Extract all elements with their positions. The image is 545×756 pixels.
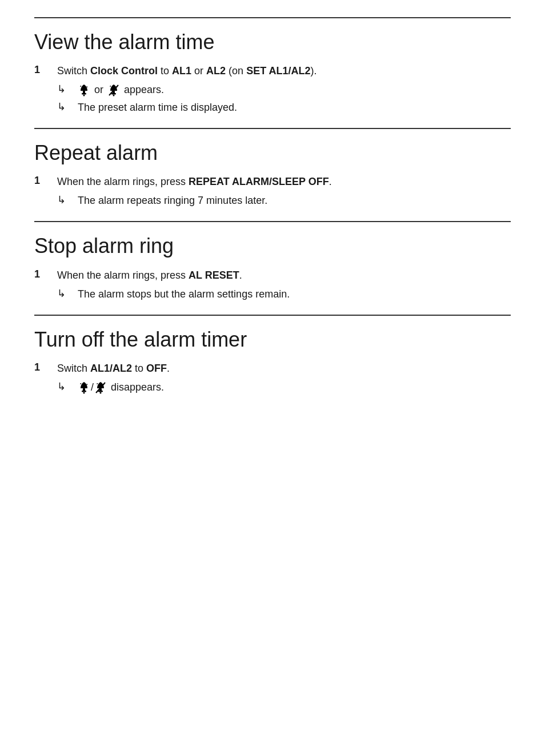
step-number: 1 [34, 174, 57, 187]
result-arrow-icon: ↳ [57, 100, 78, 113]
svg-point-7 [113, 95, 115, 96]
section-title-stop-alarm-ring: Stop alarm ring [34, 234, 511, 258]
step-text: Switch AL1/AL2 to OFF. [57, 361, 511, 376]
step-number: 1 [34, 361, 57, 373]
result-arrow-icon: ↳ [57, 287, 78, 300]
svg-rect-1 [82, 93, 86, 95]
result-text-disappears: / disappears. [78, 380, 164, 395]
svg-point-13 [83, 392, 85, 394]
result-row-icons: ↳ or appears. [57, 82, 511, 98]
result-text-stop: The alarm stops but the alarm settings r… [78, 287, 290, 302]
step-text: Switch Clock Control to AL1 or AL2 (on S… [57, 63, 511, 79]
svg-rect-8 [110, 86, 111, 87]
section-title-repeat-alarm: Repeat alarm [34, 140, 511, 165]
section-repeat-alarm: Repeat alarm 1 When the alarm rings, pre… [34, 128, 511, 221]
step-text: When the alarm rings, press AL RESET. [57, 268, 511, 283]
section-title-turn-off-alarm: Turn off the alarm timer [34, 327, 511, 352]
result-arrow-icon: ↳ [57, 82, 78, 95]
step-1-turn-off-alarm: 1 Switch AL1/AL2 to OFF. [34, 361, 511, 376]
step-1-view-alarm: 1 Switch Clock Control to AL1 or AL2 (on… [34, 63, 511, 79]
result-row-preset: ↳ The preset alarm time is displayed. [57, 100, 511, 115]
svg-point-18 [100, 392, 102, 394]
result-row-disappears: ↳ / disappears. [57, 380, 511, 395]
section-view-alarm-time: View the alarm time 1 Switch Clock Contr… [34, 17, 511, 128]
svg-rect-19 [97, 383, 98, 384]
result-row-repeat: ↳ The alarm repeats ringing 7 minutes la… [57, 193, 511, 208]
result-arrow-icon: ↳ [57, 193, 78, 206]
step-1-repeat-alarm: 1 When the alarm rings, press REPEAT ALA… [34, 174, 511, 190]
result-row-stop: ↳ The alarm stops but the alarm settings… [57, 287, 511, 302]
step-1-stop-alarm: 1 When the alarm rings, press AL RESET. [34, 268, 511, 283]
svg-rect-3 [80, 86, 81, 87]
section-title-view-alarm-time: View the alarm time [34, 30, 511, 54]
result-text-preset: The preset alarm time is displayed. [78, 100, 237, 115]
svg-rect-6 [111, 93, 116, 95]
svg-rect-14 [80, 383, 81, 384]
section-stop-alarm-ring: Stop alarm ring 1 When the alarm rings, … [34, 221, 511, 314]
svg-rect-12 [82, 391, 86, 392]
svg-rect-17 [98, 391, 103, 392]
result-arrow-icon: ↳ [57, 380, 78, 393]
step-number: 1 [34, 268, 57, 280]
result-text-icons: or appears. [78, 82, 164, 98]
svg-point-2 [83, 95, 85, 96]
step-number: 1 [34, 63, 57, 76]
section-turn-off-alarm: Turn off the alarm timer 1 Switch AL1/AL… [34, 315, 511, 408]
step-text: When the alarm rings, press REPEAT ALARM… [57, 174, 511, 190]
result-text-repeat: The alarm repeats ringing 7 minutes late… [78, 193, 267, 208]
